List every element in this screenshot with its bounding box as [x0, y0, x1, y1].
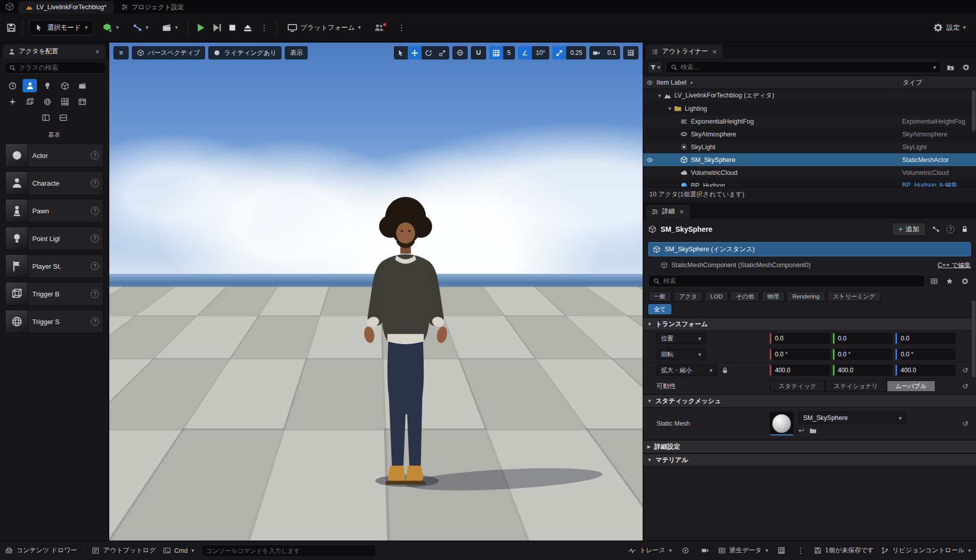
location-y-field[interactable]: 0.0: [833, 333, 893, 344]
mobility-stationary[interactable]: ステイショナリ: [825, 381, 887, 392]
eye-icon[interactable]: [646, 156, 653, 164]
table-row[interactable]: SkyLight SkyLight: [643, 141, 976, 153]
select-tool[interactable]: [394, 46, 408, 59]
console-command-box[interactable]: [202, 545, 376, 557]
viewport-layout-button[interactable]: [623, 46, 639, 59]
use-selected-asset-button[interactable]: ↩: [799, 427, 804, 434]
scale-dropdown[interactable]: 拡大・縮小 ▾: [656, 365, 717, 376]
cinematics-button[interactable]: ▾: [157, 20, 182, 35]
outliner-filter-button[interactable]: ▾: [647, 61, 663, 73]
reset-mobility-button[interactable]: ↺: [959, 382, 972, 390]
scale-x-field[interactable]: 400.0: [770, 365, 830, 376]
list-item-player-start[interactable]: Player St. ?: [5, 254, 104, 278]
list-item-point-light[interactable]: Point Ligl ?: [5, 227, 104, 250]
section-advanced[interactable]: ▶ 詳細設定: [643, 440, 976, 453]
add-actor-button[interactable]: ▾: [98, 20, 123, 35]
list-item-actor[interactable]: Actor ?: [5, 144, 104, 167]
insights-button[interactable]: [679, 545, 691, 557]
outliner-scrollbar[interactable]: [972, 90, 975, 131]
mobility-movable[interactable]: ムーバブル: [887, 381, 935, 392]
save-icon[interactable]: [6, 23, 16, 33]
surface-snap-button[interactable]: [471, 46, 486, 59]
tab-misc[interactable]: その他: [730, 291, 760, 302]
show-flags-dropdown[interactable]: 表示: [285, 46, 308, 59]
blueprint-edit-button[interactable]: [930, 223, 942, 235]
tab-physics[interactable]: 物理: [762, 291, 785, 302]
screenshot-button[interactable]: [699, 545, 711, 557]
section-transform[interactable]: ▼ トランスフォーム: [643, 317, 976, 331]
table-row[interactable]: VolumetricCloud VolumetricCloud: [643, 166, 976, 179]
close-icon[interactable]: ×: [711, 48, 718, 56]
trace-button[interactable]: トレース ▾: [628, 546, 672, 555]
list-item-pawn[interactable]: Pawn ?: [5, 199, 104, 223]
outliner-search-box[interactable]: ▾: [666, 61, 941, 73]
location-z-field[interactable]: 0.0: [895, 333, 955, 344]
favorites-button[interactable]: [943, 275, 955, 287]
help-icon[interactable]: ?: [91, 151, 99, 159]
console-command-input[interactable]: [206, 547, 371, 554]
list-item-trigger-box[interactable]: Trigger B ?: [5, 282, 104, 306]
scale-lock-icon[interactable]: [721, 367, 729, 374]
help-icon[interactable]: ?: [91, 262, 99, 270]
instance-root-row[interactable]: SM_SkySphere (インスタンス): [648, 242, 971, 256]
table-row[interactable]: SkyAtmosphere SkyAtmosphere: [643, 128, 976, 141]
grid-status-button[interactable]: [775, 545, 788, 557]
row-type-edit-link[interactable]: BP_Hudson を編集: [898, 181, 976, 187]
static-mesh-asset-dropdown[interactable]: SM_SkySphere ▾: [799, 412, 906, 424]
derived-data-button[interactable]: 派生データ ▾: [718, 546, 768, 555]
help-icon[interactable]: ?: [91, 179, 99, 187]
scale-tool[interactable]: [435, 46, 449, 59]
table-row[interactable]: ▼ LV_LivelinkForTechblog (エディタ): [643, 89, 976, 102]
eject-button[interactable]: [242, 22, 253, 33]
rotation-x-field[interactable]: 0.0 °: [770, 349, 830, 360]
category-geometry[interactable]: [23, 95, 37, 108]
category-shapes[interactable]: [57, 79, 72, 92]
tab-level[interactable]: LV_LivelinkForTechblog*: [18, 1, 114, 13]
class-search-input[interactable]: [19, 64, 102, 71]
rotation-y-field[interactable]: 0.0 °: [833, 349, 893, 360]
category-visual-effects[interactable]: [5, 95, 19, 108]
cmd-dropdown[interactable]: Cmd ▾: [163, 547, 194, 554]
help-icon[interactable]: ?: [91, 207, 99, 215]
table-row[interactable]: ▼ Lighting: [643, 102, 976, 115]
chevron-down-icon[interactable]: ▾: [933, 65, 936, 70]
scale-z-field[interactable]: 400.0: [895, 365, 955, 376]
details-search-input[interactable]: [663, 277, 920, 285]
blueprints-button[interactable]: ▾: [128, 20, 153, 35]
list-item-character[interactable]: Characte ?: [5, 171, 104, 195]
play-button[interactable]: [195, 22, 206, 33]
list-item-trigger-sphere[interactable]: Trigger S ?: [5, 310, 104, 333]
rotation-dropdown[interactable]: 回転 ▾: [656, 349, 706, 360]
multiplayer-button[interactable]: [370, 20, 390, 35]
column-type-label[interactable]: タイプ: [898, 78, 976, 87]
category-cinematic[interactable]: [75, 79, 89, 92]
help-icon[interactable]: ?: [946, 225, 954, 233]
settings-dropdown[interactable]: 設定 ▾: [929, 20, 970, 35]
world-coordinate-button[interactable]: [452, 46, 468, 59]
details-search-box[interactable]: [648, 275, 925, 287]
table-row[interactable]: BP_Hudson BP_Hudson を編集: [643, 179, 976, 187]
lock-details-button[interactable]: [959, 223, 971, 235]
category-media[interactable]: [75, 95, 89, 108]
layout-panel-button[interactable]: [38, 111, 53, 124]
display-filter-button[interactable]: [928, 275, 940, 287]
outliner-search-input[interactable]: [681, 64, 930, 71]
rotation-snap-control[interactable]: ∠ 10°: [518, 46, 549, 59]
section-static-mesh[interactable]: ▼ スタティックメッシュ: [643, 394, 976, 408]
camera-speed-control[interactable]: 0.1: [589, 46, 620, 59]
section-materials[interactable]: ▼ マテリアル: [643, 453, 976, 467]
stop-button[interactable]: [228, 23, 237, 32]
category-recent[interactable]: [5, 79, 19, 92]
table-row-selected[interactable]: SM_SkySphere StaticMeshActor: [643, 153, 976, 166]
tab-streaming[interactable]: ストリーミング: [827, 291, 881, 302]
outliner-tab[interactable]: アウトライナー ×: [646, 45, 723, 58]
category-basic[interactable]: [23, 79, 37, 92]
scale-y-field[interactable]: 400.0: [833, 365, 893, 376]
static-mesh-thumbnail[interactable]: [770, 412, 793, 435]
cpp-edit-link[interactable]: C++ で編集: [938, 261, 971, 270]
play-options-kebab[interactable]: ⋮: [258, 23, 270, 32]
perspective-dropdown[interactable]: パースペクティブ: [132, 46, 205, 59]
close-icon[interactable]: ×: [94, 48, 101, 56]
component-row[interactable]: StaticMeshComponent (StaticMeshComponent…: [643, 258, 976, 272]
browse-to-asset-button[interactable]: [809, 427, 816, 434]
